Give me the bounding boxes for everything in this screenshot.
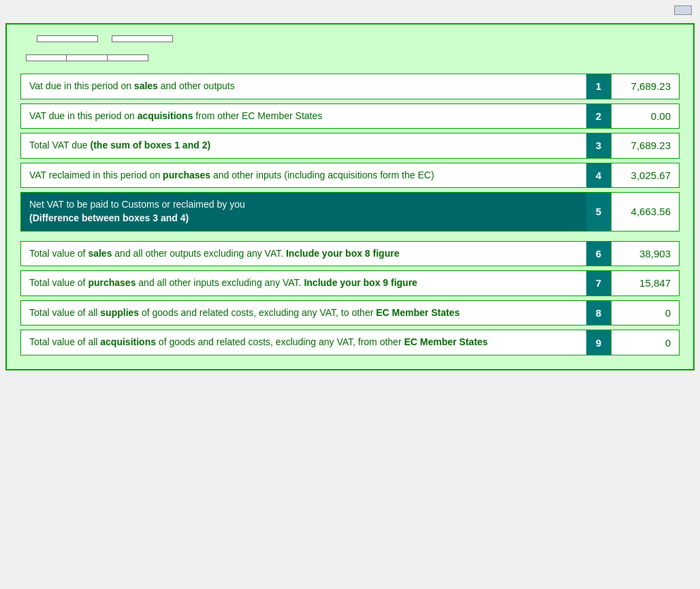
month-box-1 <box>26 54 67 61</box>
box-number-6: 6 <box>586 242 611 266</box>
vat-row-desc-7: Total value of purchases and all other i… <box>21 271 586 296</box>
box-number-7: 7 <box>586 271 611 296</box>
vat-row-desc-9: Total value of all acquisitions of goods… <box>21 330 586 355</box>
vat-row-desc-1: Vat due in this period on sales and othe… <box>21 74 586 99</box>
box-number-9: 9 <box>586 330 611 355</box>
vat-row-desc-6: Total value of sales and all other outpu… <box>21 242 586 266</box>
month-box-3 <box>108 54 148 61</box>
box-value-5: 4,663.56 <box>611 193 679 230</box>
vat-row-box-8: Total value of all supplies of goods and… <box>20 300 680 326</box>
vat-row-box-3: Total VAT due (the sum of boxes 1 and 2)… <box>20 133 680 159</box>
vat-row-box-4: VAT reclaimed in this period on purchase… <box>20 163 680 189</box>
box-value-9: 0 <box>611 330 679 355</box>
create-mtd-button[interactable] <box>674 5 692 15</box>
box-value-4: 3,025.67 <box>611 163 679 188</box>
vat-rows-bottom: Total value of sales and all other outpu… <box>20 241 680 355</box>
box-value-1: 7,689.23 <box>611 74 679 99</box>
month-box-2 <box>67 54 108 61</box>
vat-row-box-2: VAT due in this period on acquisitions f… <box>20 104 680 129</box>
box-number-1: 1 <box>586 74 611 99</box>
vat-row-box-1: Vat due in this period on sales and othe… <box>20 74 680 99</box>
box-value-7: 15,847 <box>611 271 679 296</box>
box-number-5: 5 <box>586 193 611 230</box>
box-value-3: 7,689.23 <box>611 133 679 158</box>
vat-row-box-9: Total value of all acquisitions of goods… <box>20 330 680 355</box>
box-number-3: 3 <box>586 133 611 158</box>
vat-row-box-7: Total value of purchases and all other i… <box>20 270 680 296</box>
box-value-6: 38,903 <box>611 242 679 266</box>
covering-row <box>20 54 680 61</box>
vat-row-desc-2: VAT due in this period on acquisitions f… <box>21 104 586 129</box>
vat-rows-top: Vat due in this period on sales and othe… <box>20 74 680 232</box>
header-row <box>20 35 680 42</box>
box-number-4: 4 <box>586 163 611 188</box>
vat-row-box-6: Total value of sales and all other outpu… <box>20 241 680 267</box>
vat-row-desc-8: Total value of all supplies of goods and… <box>21 301 586 325</box>
box-value-2: 0.00 <box>611 104 679 129</box>
box-number-8: 8 <box>586 301 611 325</box>
vat-row-desc-5: Net VAT to be paid to Customs or reclaim… <box>21 193 586 230</box>
vat-row-desc-3: Total VAT due (the sum of boxes 1 and 2) <box>21 133 586 158</box>
vat-row-box-5: Net VAT to be paid to Customs or reclaim… <box>20 192 680 231</box>
box-number-2: 2 <box>586 104 611 129</box>
date-from-box <box>37 35 98 42</box>
main-container: Vat due in this period on sales and othe… <box>5 23 695 370</box>
box-value-8: 0 <box>611 301 679 325</box>
date-to-box <box>112 35 173 42</box>
top-bar <box>0 0 700 20</box>
vat-row-desc-4: VAT reclaimed in this period on purchase… <box>21 163 586 188</box>
